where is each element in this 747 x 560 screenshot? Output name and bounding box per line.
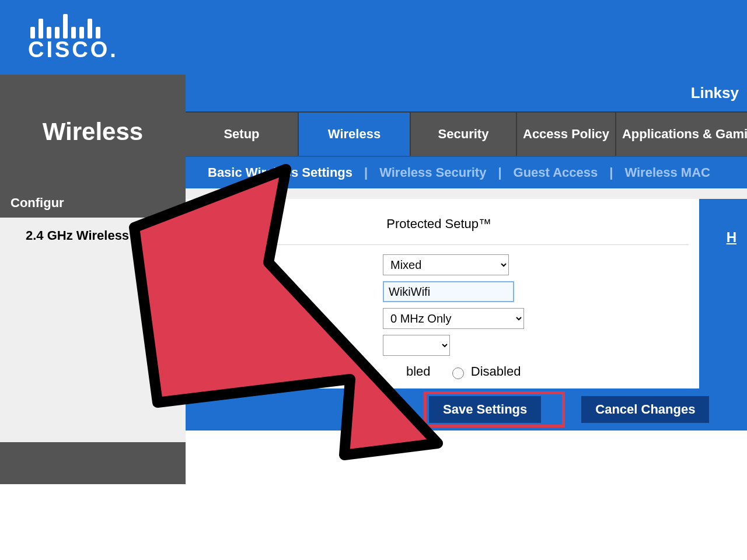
channel-select[interactable]	[383, 335, 450, 356]
tab-applications-gaming[interactable]: Applications & Gaming	[616, 113, 747, 156]
subtab-guest-access[interactable]: Guest Access	[514, 165, 598, 180]
subtab-wireless-security[interactable]: Wireless Security	[379, 165, 486, 180]
save-highlight-box: Save Settings	[424, 391, 565, 428]
settings-panel: Manu Protected Setup™ Mixed	[186, 199, 699, 388]
cisco-bars-icon	[30, 5, 118, 38]
tab-wireless[interactable]: Wireless	[299, 113, 411, 156]
cisco-logo: CISCO.	[28, 5, 118, 62]
subtab-basic-wireless[interactable]: Basic Wireless Settings	[208, 165, 352, 180]
network-mode-select[interactable]: Mixed	[383, 254, 509, 275]
brand-banner: CISCO.	[0, 0, 747, 75]
ssid-broadcast-disabled-option[interactable]: Disabled	[449, 364, 521, 379]
page-title: Wireless	[43, 118, 143, 146]
channel-width-select[interactable]: 0 MHz Only	[383, 308, 524, 329]
model-bar: Linksy	[186, 75, 747, 111]
divider	[196, 244, 689, 245]
spacer	[186, 188, 747, 199]
page-title-box: Wireless	[0, 75, 186, 188]
subtab-separator: |	[364, 165, 368, 180]
help-sidebar: H	[699, 199, 747, 388]
ssid-broadcast-enabled-option[interactable]: bled	[383, 364, 434, 379]
cancel-changes-button[interactable]: Cancel Changes	[581, 396, 709, 423]
cisco-word: CISCO.	[28, 37, 118, 62]
model-text: Linksy	[691, 84, 739, 102]
subtab-separator: |	[609, 165, 613, 180]
sub-tabs: Basic Wireless Settings | Wireless Secur…	[186, 156, 747, 188]
main-tabs: Setup Wireless Security Access Policy Ap…	[186, 111, 747, 156]
manual-radio-label: Manu	[247, 216, 279, 231]
enabled-label: bled	[406, 364, 431, 379]
ssid-input[interactable]	[383, 281, 514, 302]
manual-radio[interactable]	[205, 220, 217, 232]
save-settings-button[interactable]: Save Settings	[429, 396, 541, 423]
disabled-label: Disabled	[471, 364, 521, 379]
wireless-24ghz-label: 2.4 GHz Wireless Setting	[0, 218, 186, 243]
config-mode-manual-option[interactable]: Manu	[202, 216, 282, 231]
subtab-separator: |	[498, 165, 501, 180]
action-bar: Save Settings Cancel Changes	[186, 388, 747, 430]
configuration-view-label: Configur	[0, 188, 186, 218]
config-mode-wps-option[interactable]: Protected Setup™	[386, 216, 491, 231]
left-footer-bar	[0, 442, 186, 484]
disabled-radio[interactable]	[452, 368, 464, 379]
help-link[interactable]: H	[727, 229, 736, 245]
tab-setup[interactable]: Setup	[186, 113, 299, 156]
subtab-wireless-mac[interactable]: Wireless MAC	[624, 165, 710, 180]
wps-radio-label: Protected Setup™	[386, 216, 491, 231]
tab-security[interactable]: Security	[411, 113, 517, 156]
tab-access-policy[interactable]: Access Policy	[517, 113, 616, 156]
